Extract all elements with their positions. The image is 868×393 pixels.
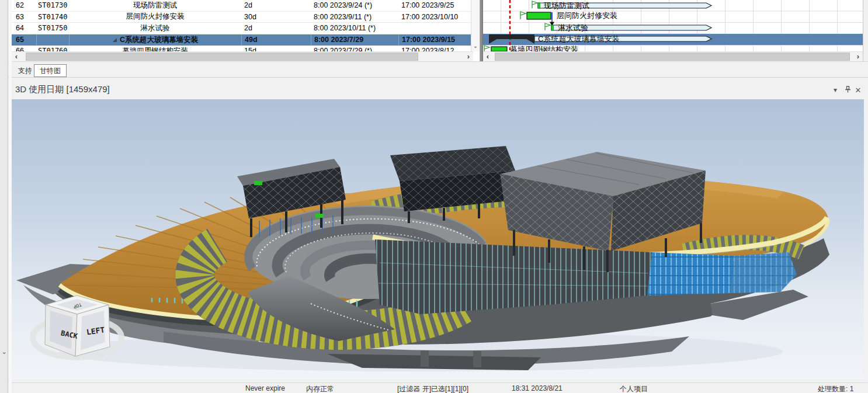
table-row[interactable]: 63 ST01740 层间防火封修安装 30d 8:00 2023/9/11 (…: [12, 12, 471, 23]
actual-bar[interactable]: [491, 47, 507, 51]
gantt-row-64[interactable]: 淋水试验: [545, 23, 711, 32]
actual-bar[interactable]: [527, 12, 551, 19]
bar-label: 现场防雷测试: [543, 1, 589, 10]
bar-label: 淋水试验: [558, 23, 588, 32]
gantt-chart[interactable]: 现场防雷测试 层间防火封修安装 淋水试验: [483, 0, 863, 51]
flag-icon: [532, 1, 537, 8]
schedule-split: 62 ST01730 现场防雷测试 2d 8:00 2023/9/24 (*) …: [12, 0, 868, 61]
task-id: ST01760: [36, 46, 69, 51]
gantt-vertical-scrollbar[interactable]: [863, 0, 868, 61]
3d-viewport[interactable]: BACK LEFT TOP: [12, 99, 864, 379]
gantt-row-66[interactable]: 幕墙四周钢结构安装: [484, 45, 578, 51]
gantt-horizontal-scrollbar[interactable]: ‹ ›: [483, 51, 863, 61]
left-dock-gap: [9, 0, 12, 393]
task-finish: 17:00 2023/9/25: [398, 0, 471, 11]
scrollbar-thumb[interactable]: [26, 53, 418, 61]
progress-sliver: [551, 25, 554, 30]
row-number: 62: [12, 0, 36, 11]
table-row[interactable]: 62 ST01730 现场防雷测试 2d 8:00 2023/9/24 (*) …: [12, 0, 471, 12]
tab-gantt[interactable]: 甘特图: [34, 64, 67, 77]
table-row[interactable]: 66 ST01760 幕墙四周钢结构安装 15d 8:00 2023/7/29 …: [12, 46, 471, 51]
active-install-highlight: [315, 214, 324, 218]
flag-icon: [545, 23, 550, 30]
table-row-selected[interactable]: 65 ◢ C系统超大玻璃幕墙安装 49d 8:00 2023/7/29 17:0…: [12, 34, 471, 46]
flag-icon: [520, 12, 526, 19]
task-name: ◢ C系统超大玻璃幕墙安装: [69, 34, 241, 46]
link-node: [551, 12, 553, 19]
filter-selection-status: [过滤器 开]已选[1][1][0]: [397, 384, 468, 393]
task-duration: 30d: [241, 12, 311, 23]
bar-label: 层间防火封修安装: [557, 11, 617, 20]
scroll-right-arrow-icon[interactable]: ›: [853, 52, 863, 61]
divider: [0, 77, 868, 78]
task-start: 8:00 2023/7/29: [311, 34, 398, 46]
summary-bar[interactable]: [489, 34, 534, 39]
viewport-panel-header: 3D 使用日期 [1459x479] ▾ ✕: [12, 81, 864, 99]
progress-sliver: [538, 3, 540, 8]
task-start: 8:00 2023/7/29 (*): [311, 46, 398, 51]
table-horizontal-scrollbar[interactable]: ‹ ›: [12, 51, 473, 61]
task-name: 淋水试验: [69, 23, 241, 34]
task-id: ST01730: [36, 0, 69, 11]
task-id: [36, 34, 69, 46]
row-number: 65: [12, 34, 36, 46]
task-duration: 2d: [241, 23, 311, 34]
task-duration: 49d: [241, 34, 311, 46]
scroll-right-arrow-icon[interactable]: ›: [464, 52, 473, 61]
task-start: 8:00 2023/9/24 (*): [311, 0, 398, 11]
table-vertical-scrollbar[interactable]: ⌄: [471, 0, 480, 51]
bottom-dock-tabbar: 支持 甘特图: [0, 61, 868, 77]
task-finish: 17:00 2023/10/10: [398, 12, 471, 23]
task-id: ST01750: [36, 23, 69, 34]
status-bar: Never expire 内存正常 [过滤器 开]已选[1][1][0] 18:…: [0, 382, 868, 393]
task-start: 8:00 2023/10/11 (*): [311, 23, 398, 34]
task-finish: [398, 23, 471, 34]
bar-label: 幕墙四周钢结构安装: [510, 45, 578, 51]
close-icon[interactable]: ✕: [853, 86, 863, 95]
license-status: Never expire: [245, 384, 285, 392]
task-table: 62 ST01730 现场防雷测试 2d 8:00 2023/9/24 (*) …: [12, 0, 471, 51]
row-number: 63: [12, 12, 36, 23]
chevron-down-icon[interactable]: ▾: [831, 86, 840, 94]
task-name: 现场防雷测试: [69, 0, 241, 11]
app-window: ⌄ 62 ST01730 现场防雷测试 2d 8:00 2023/9/24 (*…: [0, 0, 868, 393]
task-name-label: C系统超大玻璃幕墙安装: [120, 35, 198, 45]
task-duration: 2d: [241, 0, 311, 11]
task-id: ST01740: [36, 12, 69, 23]
scroll-down-arrow-icon[interactable]: ⌄: [471, 42, 480, 51]
table-row[interactable]: 64 ST01750 淋水试验 2d 8:00 2023/10/11 (*): [12, 23, 471, 34]
task-name: 幕墙四周钢结构安装: [69, 46, 241, 51]
dependency-link: [550, 19, 554, 25]
task-finish: 17:00 2023/8/12: [398, 46, 471, 51]
pin-icon[interactable]: [843, 86, 852, 95]
flag-icon: [484, 46, 489, 51]
collapse-triangle-icon[interactable]: ◢: [113, 37, 117, 43]
task-name: 层间防火封修安装: [69, 12, 241, 23]
left-dock-strip[interactable]: ⌄: [0, 0, 8, 393]
bar-label: C系统超大玻璃幕墙安装: [538, 34, 619, 43]
scroll-left-arrow-icon[interactable]: ‹: [483, 52, 492, 61]
page-title: 3D 使用日期 [1459x479]: [15, 84, 110, 95]
gantt-row-65[interactable]: C系统超大玻璃幕墙安装: [489, 34, 711, 44]
gantt-row-62[interactable]: 现场防雷测试: [532, 1, 711, 10]
task-finish: 17:00 2023/9/15: [398, 34, 471, 46]
task-start: 8:00 2023/9/11 (*): [311, 12, 398, 23]
row-number: 66: [12, 46, 36, 51]
processed-count-status: 处理数量: 1: [818, 384, 853, 393]
summary-end-left: [489, 39, 498, 44]
chevron-down-icon[interactable]: ⌄: [1, 348, 8, 355]
row-number: 64: [12, 23, 36, 34]
3d-scene-canvas[interactable]: BACK LEFT TOP: [12, 99, 864, 379]
memory-status: 内存正常: [306, 384, 334, 393]
active-install-highlight: [254, 181, 262, 185]
summary-end-right: [526, 39, 534, 44]
project-type-status: 个人项目: [620, 384, 648, 393]
scrollbar-thumb[interactable]: [495, 53, 850, 61]
task-duration: 15d: [241, 46, 311, 51]
scroll-left-arrow-icon[interactable]: ‹: [12, 52, 21, 61]
gantt-bars-canvas: 现场防雷测试 层间防火封修安装 淋水试验: [483, 0, 863, 51]
datetime-status: 18:31 2023/8/21: [512, 384, 563, 392]
